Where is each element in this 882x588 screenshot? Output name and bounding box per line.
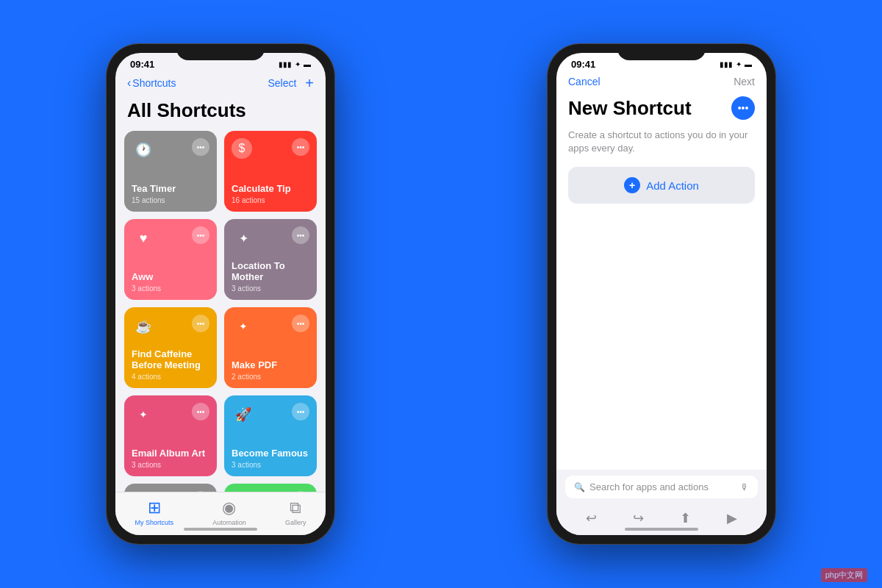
shortcut-card-makepdf[interactable]: ✦ ••• Make PDF 2 actions (224, 307, 317, 388)
email-album-menu[interactable]: ••• (192, 403, 209, 420)
play-button[interactable]: ▶ (727, 510, 737, 526)
add-action-button[interactable]: + Add Action (568, 167, 755, 204)
tea-timer-menu[interactable]: ••• (192, 138, 209, 156)
signal-icon-2: ▮▮▮ (720, 60, 733, 68)
caffeine-actions: 4 actions (132, 373, 209, 381)
status-icons-2: ▮▮▮ ✦ ▬ (720, 60, 752, 68)
calculate-tip-menu[interactable]: ••• (292, 138, 309, 156)
add-action-label: Add Action (646, 179, 699, 192)
tea-timer-icon: 🕐 (132, 138, 155, 162)
location-actions: 3 actions (232, 284, 309, 293)
aww-name: Aww (132, 271, 209, 283)
search-icon: 🔍 (574, 482, 585, 492)
back-button[interactable]: ‹ Shortcuts (127, 76, 176, 90)
tab-my-shortcuts[interactable]: ⊞ My Shortcuts (135, 498, 174, 526)
shortcut-card-unnamed1[interactable]: ✦ ••• (124, 484, 217, 492)
nav-bar-2: Cancel Next (556, 73, 767, 93)
aww-menu[interactable]: ••• (192, 226, 209, 244)
status-time-2: 09:41 (571, 59, 595, 70)
calculate-tip-icon: $ (232, 138, 252, 159)
shortcut-card-unnamed2[interactable]: ✦ ••• (224, 484, 317, 492)
new-shortcut-title-row: New Shortcut ••• (556, 93, 767, 126)
more-options-button[interactable]: ••• (731, 96, 755, 120)
add-shortcut-button[interactable]: + (305, 76, 314, 90)
my-shortcuts-icon: ⊞ (148, 498, 161, 517)
become-famous-menu[interactable]: ••• (292, 403, 309, 420)
signal-icon: ▮▮▮ (279, 60, 292, 68)
unnamed2-icon: ✦ (232, 491, 255, 492)
calculate-tip-name: Calculate Tip (232, 183, 309, 195)
tea-timer-actions: 15 actions (132, 196, 209, 204)
status-icons-1: ▮▮▮ ✦ ▬ (279, 60, 311, 68)
nav-actions: Select + (268, 76, 314, 90)
shortcut-card-caffeine[interactable]: ☕ ••• Find Caffeine Before Meeting 4 act… (124, 307, 217, 388)
nav-bar-1: ‹ Shortcuts Select + (115, 73, 326, 96)
back-chevron-icon: ‹ (127, 76, 131, 90)
makepdf-actions: 2 actions (232, 373, 309, 381)
email-album-name: Email Album Art (132, 448, 209, 459)
gallery-icon: ⧉ (290, 498, 301, 517)
makepdf-icon: ✦ (232, 315, 255, 338)
caffeine-menu[interactable]: ••• (192, 315, 209, 332)
home-indicator (184, 528, 257, 531)
automation-icon: ◉ (222, 498, 236, 517)
add-action-plus-icon: + (624, 177, 640, 193)
phone-2: 09:41 ▮▮▮ ✦ ▬ Cancel Next New Shortcut •… (548, 44, 775, 544)
phone-1: 09:41 ▮▮▮ ✦ ▬ ‹ Shortcuts Select + All S… (107, 44, 334, 544)
unnamed1-icon: ✦ (132, 491, 155, 492)
shortcut-card-become-famous[interactable]: 🚀 ••• Become Famous 3 actions (224, 395, 317, 476)
shortcut-card-tea-timer[interactable]: 🕐 ••• Tea Timer 15 actions (124, 131, 217, 212)
wifi-icon: ✦ (295, 60, 301, 68)
search-bar-container: 🔍 Search for apps and actions 🎙 (556, 470, 767, 504)
tab-automation[interactable]: ◉ Automation (212, 498, 246, 526)
select-button[interactable]: Select (268, 77, 296, 89)
become-famous-name: Become Famous (232, 448, 309, 459)
caffeine-name: Find Caffeine Before Meeting (132, 348, 209, 371)
phone-2-screen: 09:41 ▮▮▮ ✦ ▬ Cancel Next New Shortcut •… (556, 53, 767, 535)
cancel-button[interactable]: Cancel (568, 76, 600, 87)
shortcut-card-location[interactable]: ✦ ••• Location To Mother 3 actions (224, 219, 317, 300)
become-famous-actions: 3 actions (232, 461, 309, 469)
home-indicator-2 (625, 528, 698, 531)
watermark: php中文网 (821, 568, 867, 582)
automation-label: Automation (212, 519, 246, 526)
makepdf-name: Make PDF (232, 359, 309, 371)
shortcut-description: Create a shortcut to actions you do in y… (556, 126, 767, 167)
new-shortcut-title: New Shortcut (568, 97, 692, 120)
location-name: Location To Mother (232, 260, 309, 283)
email-album-icon: ✦ (132, 403, 155, 426)
search-placeholder: Search for apps and actions (589, 481, 736, 492)
aww-icon: ♥ (132, 226, 155, 250)
battery-icon: ▬ (304, 60, 311, 68)
shortcuts-grid: 🕐 ••• Tea Timer 15 actions $ ••• Calcula… (115, 131, 326, 492)
location-icon: ✦ (232, 226, 255, 250)
battery-icon-2: ▬ (745, 60, 752, 68)
wifi-icon-2: ✦ (736, 60, 742, 68)
empty-canvas (556, 215, 767, 470)
shortcut-card-calculate-tip[interactable]: $ ••• Calculate Tip 16 actions (224, 131, 317, 212)
become-famous-icon: 🚀 (232, 403, 255, 426)
redo-button[interactable]: ↪ (633, 510, 644, 526)
next-button[interactable]: Next (734, 76, 755, 87)
aww-actions: 3 actions (132, 284, 209, 293)
shortcut-card-aww[interactable]: ♥ ••• Aww 3 actions (124, 219, 217, 300)
my-shortcuts-label: My Shortcuts (135, 519, 174, 526)
share-button[interactable]: ⬆ (680, 510, 691, 526)
calculate-tip-actions: 16 actions (232, 196, 309, 204)
search-bar[interactable]: 🔍 Search for apps and actions 🎙 (565, 476, 758, 498)
tea-timer-name: Tea Timer (132, 183, 209, 195)
unnamed1-menu[interactable]: ••• (192, 491, 209, 492)
notch (176, 44, 265, 60)
status-time-1: 09:41 (130, 59, 154, 70)
gallery-label: Gallery (285, 519, 306, 526)
caffeine-icon: ☕ (132, 315, 155, 338)
undo-button[interactable]: ↩ (586, 510, 597, 526)
microphone-icon[interactable]: 🎙 (740, 482, 749, 492)
unnamed2-menu[interactable]: ••• (292, 491, 309, 492)
location-menu[interactable]: ••• (292, 226, 309, 244)
tab-gallery[interactable]: ⧉ Gallery (285, 498, 306, 526)
notch-2 (617, 44, 706, 60)
makepdf-menu[interactable]: ••• (292, 315, 309, 332)
page-title: All Shortcuts (115, 96, 326, 131)
shortcut-card-email-album[interactable]: ✦ ••• Email Album Art 3 actions (124, 395, 217, 476)
